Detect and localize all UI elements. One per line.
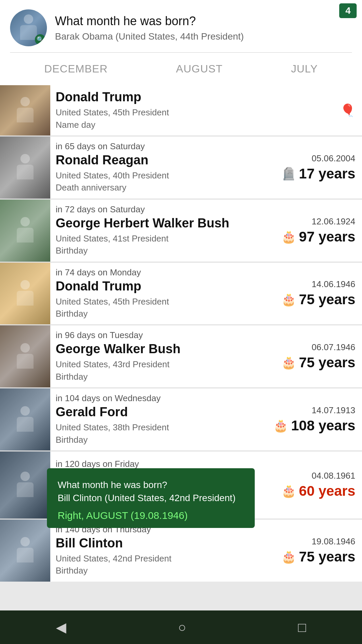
item-right: 19.08.1946 🎂 75 years <box>275 520 362 582</box>
cake-icon: 🎂 <box>281 484 296 498</box>
cake-icon: 🎂 <box>281 550 296 564</box>
item-right: 06.07.1946 🎂 75 years <box>275 325 362 387</box>
body <box>17 548 34 562</box>
item-name: Bill Clinton <box>56 536 269 550</box>
cake-icon: 🎂 <box>281 292 296 307</box>
item-role: United States, 42nd President Birthday <box>56 552 269 577</box>
item-role: United States, 41st President Birthday <box>56 232 269 257</box>
item-date: 04.08.1961 <box>312 471 355 481</box>
body <box>17 291 34 306</box>
option-august[interactable]: AUGUST <box>169 59 229 78</box>
avatar-head <box>24 14 33 24</box>
list-item[interactable]: in 65 days on Saturday Ronald Reagan Uni… <box>0 137 362 199</box>
item-date: 14.07.1913 <box>312 405 355 416</box>
person-silhouette <box>13 97 37 124</box>
quiz-card: 🔍 What month he was born? Barak Obama (U… <box>0 0 362 85</box>
back-icon: ◀ <box>56 620 66 635</box>
gwbush-photo <box>0 325 50 387</box>
list-item[interactable]: in 96 days on Tuesday George Walker Bush… <box>0 325 362 387</box>
tooltip-overlay: What month he was born?Bill Clinton (Uni… <box>47 468 255 528</box>
item-content: in 104 days on Wednesday Gerald Ford Uni… <box>50 388 266 450</box>
avatar-badge: 🔍 <box>35 34 46 45</box>
recent-button[interactable]: □ <box>288 616 316 638</box>
item-photo <box>0 520 50 582</box>
head <box>20 97 30 106</box>
head <box>20 343 30 353</box>
body <box>17 354 34 369</box>
trump-photo <box>0 85 50 136</box>
item-role: United States, 45th President Name day <box>56 106 290 131</box>
item-date: 19.08.1946 <box>312 536 355 547</box>
item-right: 14.06.1946 🎂 75 years <box>275 263 362 325</box>
avatar-body <box>20 25 37 40</box>
head <box>20 217 30 226</box>
item-days: in 120 days on Friday <box>56 459 269 469</box>
item-name: George Herbert Walker Bush <box>56 216 269 230</box>
head <box>20 472 30 481</box>
person-silhouette <box>13 280 37 307</box>
tombstone-icon: 🪦 <box>281 167 296 181</box>
item-content: in 96 days on Tuesday George Walker Bush… <box>50 325 275 387</box>
item-date: 14.06.1946 <box>312 279 355 289</box>
item-age: 🎂 75 years <box>281 355 355 371</box>
presidents-list: Donald Trump United States, 45th Preside… <box>0 85 362 582</box>
item-photo <box>0 200 50 262</box>
back-button[interactable]: ◀ <box>46 616 76 638</box>
person-silhouette <box>13 217 37 244</box>
head <box>20 280 30 289</box>
list-item[interactable]: Donald Trump United States, 45th Preside… <box>0 85 362 136</box>
body <box>17 165 34 179</box>
quiz-avatar: 🔍 <box>10 9 47 46</box>
list-item[interactable]: in 74 days on Monday Donald Trump United… <box>0 263 362 325</box>
quiz-question: What month he was born? <box>55 14 352 28</box>
quiz-header: 🔍 What month he was born? Barak Obama (U… <box>10 9 352 46</box>
quiz-subject: Barak Obama (United States, 44th Preside… <box>55 31 352 42</box>
item-photo <box>0 388 50 450</box>
item-days: in 104 days on Wednesday <box>56 393 261 404</box>
list-item[interactable]: in 72 days on Saturday George Herbert Wa… <box>0 200 362 262</box>
item-role: United States, 40th President Death anni… <box>56 169 269 194</box>
obama-photo <box>0 451 50 519</box>
item-content: in 72 days on Saturday George Herbert Wa… <box>50 200 275 262</box>
list-item[interactable]: in 104 days on Wednesday Gerald Ford Uni… <box>0 388 362 450</box>
item-photo <box>0 263 50 325</box>
list-item[interactable]: in 120 days on Friday Barack Obama Unite… <box>0 451 362 519</box>
quiz-text-block: What month he was born? Barak Obama (Uni… <box>55 14 352 42</box>
person-silhouette <box>13 472 37 498</box>
head <box>20 406 30 416</box>
tooltip-question: What month he was born?Bill Clinton (Uni… <box>58 478 244 504</box>
item-days: in 74 days on Monday <box>56 267 269 278</box>
item-age: 🪦 17 years <box>281 166 355 182</box>
head <box>20 154 30 163</box>
option-december[interactable]: DECEMBER <box>38 59 114 78</box>
cake-icon: 🎂 <box>281 356 296 370</box>
cake-icon: 🎂 <box>273 419 288 433</box>
item-photo <box>0 451 50 519</box>
option-july[interactable]: JULY <box>284 59 324 78</box>
person-silhouette <box>13 406 37 433</box>
item-right: 12.06.1924 🎂 97 years <box>275 200 362 262</box>
item-right: 🎈 <box>295 85 362 136</box>
recent-icon: □ <box>298 620 306 635</box>
list-item[interactable]: in 140 days on Thursday Bill Clinton Uni… <box>0 520 362 582</box>
tooltip-answer: Right, AUGUST (19.08.1946) <box>58 510 244 521</box>
home-button[interactable]: ○ <box>168 616 196 638</box>
item-photo <box>0 325 50 387</box>
item-content: in 65 days on Saturday Ronald Reagan Uni… <box>50 137 275 199</box>
person-silhouette <box>13 154 37 181</box>
reagan-photo <box>0 137 50 199</box>
body <box>17 108 34 122</box>
balloon-icon: 🎈 <box>340 103 355 117</box>
item-content: in 140 days on Thursday Bill Clinton Uni… <box>50 520 275 582</box>
item-right: 14.07.1913 🎂 108 years <box>266 388 362 450</box>
item-name: Donald Trump <box>56 279 269 293</box>
person-silhouette <box>13 537 37 564</box>
item-right: 05.06.2004 🪦 17 years <box>275 137 362 199</box>
item-role: United States, 43rd President Birthday <box>56 358 269 383</box>
quiz-options: DECEMBER AUGUST JULY <box>10 53 352 85</box>
item-date: 05.06.2004 <box>312 153 355 164</box>
item-date: 12.06.1924 <box>312 216 355 227</box>
item-age: 🎂 75 years <box>281 549 355 565</box>
item-age: 🎂 97 years <box>281 229 355 245</box>
item-age: 🎂 108 years <box>273 418 355 434</box>
